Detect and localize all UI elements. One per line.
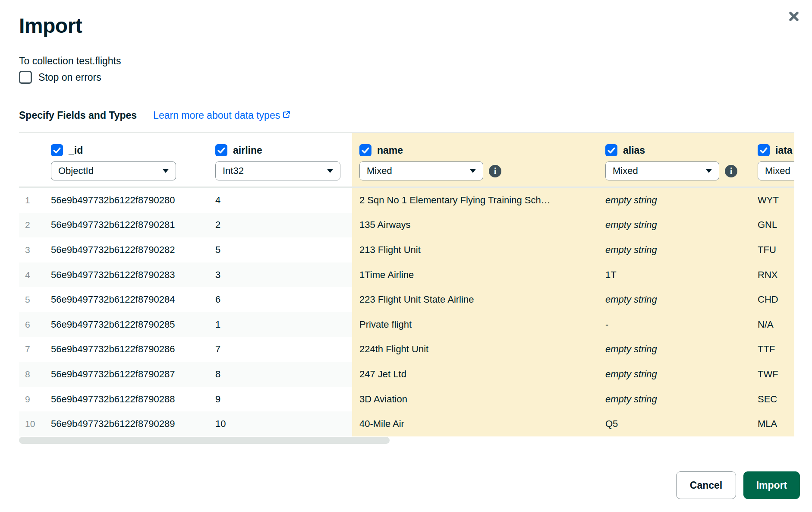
cell-airline: 1 [215,312,352,337]
cell-iata: N/A [754,312,794,337]
column-header-bottom-_id: ObjectId [51,161,215,180]
dialog-title: Import [19,14,82,38]
cell-alias: empty string [601,237,754,262]
cell-airline: 2 [215,213,352,238]
cell-rownum: 4 [19,262,51,288]
cell-rownum: 7 [19,337,51,362]
cell-alias: Q5 [601,411,754,436]
cell-rownum: 2 [19,213,51,238]
cell-name: 2 Sqn No 1 Elementary Flying Training Sc… [352,188,601,213]
table-row: 956e9b497732b6122f879028893D Aviationemp… [19,387,794,412]
stop-on-errors-checkbox[interactable] [19,71,32,84]
column-label-_id: _id [69,145,83,156]
cell-name: 223 Flight Unit State Airline [352,287,601,312]
info-icon-name[interactable]: i [489,165,501,177]
include-field-checkbox-name[interactable] [359,144,371,156]
cell-iata: RNX [754,262,794,288]
table-row: 156e9b497732b6122f879028042 Sqn No 1 Ele… [19,188,794,213]
learn-more-link[interactable]: Learn more about data types [153,110,290,121]
chevron-down-icon [327,169,333,173]
cell-name: Private flight [352,312,601,337]
include-field-checkbox-_id[interactable] [51,144,63,156]
column-header-_id: _idObjectId [51,133,215,186]
cell-name: 3D Aviation [352,387,601,412]
table-header: _idObjectIdairlineInt32nameMixedialiasMi… [19,133,794,188]
include-field-checkbox-airline[interactable] [215,144,227,156]
cell-airline: 9 [215,387,352,412]
cell-airline: 10 [215,411,352,436]
type-select-value-name: Mixed [367,165,392,177]
horizontal-scrollbar-thumb[interactable] [19,437,390,444]
cell-iata: WYT [754,188,794,213]
cell-id: 56e9b497732b6122f8790289 [51,411,215,436]
column-label-name: name [377,145,403,156]
cell-id: 56e9b497732b6122f8790281 [51,213,215,238]
cell-iata: TTF [754,337,794,362]
column-header-top-alias: alias [605,144,754,156]
external-link-icon [282,110,290,121]
column-label-alias: alias [623,145,645,156]
cell-iata: GNL [754,213,794,238]
import-button[interactable]: Import [743,471,800,499]
cell-iata: MLA [754,411,794,436]
cell-alias: empty string [601,337,754,362]
type-select-airline[interactable]: Int32 [215,161,340,180]
table-row: 256e9b497732b6122f87902812135 Airwaysemp… [19,213,794,238]
include-field-checkbox-alias[interactable] [605,144,617,156]
stop-on-errors-option[interactable]: Stop on errors [19,71,101,84]
table-row: 556e9b497732b6122f87902846223 Flight Uni… [19,287,794,312]
cell-id: 56e9b497732b6122f8790283 [51,262,215,288]
cell-rownum: 5 [19,287,51,312]
table-row: 356e9b497732b6122f87902825213 Flight Uni… [19,237,794,262]
cell-rownum: 8 [19,362,51,387]
type-select-value-iata: Mixed [765,165,790,177]
cell-iata: CHD [754,287,794,312]
cell-rownum: 1 [19,188,51,213]
type-select-value-_id: ObjectId [58,165,94,177]
cell-name: 247 Jet Ltd [352,362,601,387]
cell-airline: 7 [215,337,352,362]
cell-alias: empty string [601,362,754,387]
info-icon-alias[interactable]: i [725,165,737,177]
cell-alias: 1T [601,262,754,288]
cell-alias: empty string [601,387,754,412]
table-row: 656e9b497732b6122f87902851Private flight… [19,312,794,337]
type-select-_id[interactable]: ObjectId [51,161,176,180]
column-header-bottom-airline: Int32 [215,161,352,180]
table-row: 856e9b497732b6122f87902878247 Jet Ltdemp… [19,362,794,387]
cell-airline: 4 [215,188,352,213]
column-header-iata: iataMixed [754,133,794,186]
type-select-iata[interactable]: Mixed [758,161,794,180]
cell-name: 1Time Airline [352,262,601,288]
type-select-value-alias: Mixed [613,165,638,177]
cell-rownum: 9 [19,387,51,412]
cell-airline: 8 [215,362,352,387]
column-header-airline: airlineInt32 [215,133,352,186]
cell-rownum: 6 [19,312,51,337]
cell-alias: empty string [601,188,754,213]
cell-id: 56e9b497732b6122f8790287 [51,362,215,387]
cell-rownum: 3 [19,237,51,262]
type-select-alias[interactable]: Mixed [605,161,719,180]
cell-rownum: 10 [19,411,51,436]
type-select-name[interactable]: Mixed [359,161,483,180]
import-dialog: Import To collection test.flights Stop o… [0,0,812,512]
collection-subtitle: To collection test.flights [19,55,121,67]
close-button[interactable] [786,9,802,24]
cell-iata: SEC [754,387,794,412]
cell-airline: 6 [215,287,352,312]
include-field-checkbox-iata[interactable] [758,144,770,156]
column-header-bottom-alias: Mixedi [605,161,754,180]
chevron-down-icon [470,169,476,173]
cell-id: 56e9b497732b6122f8790282 [51,237,215,262]
cancel-button[interactable]: Cancel [676,471,736,499]
column-header-rownum [19,133,51,186]
column-label-airline: airline [233,145,262,156]
table-row: 456e9b497732b6122f879028331Time Airline1… [19,262,794,288]
cell-name: 213 Flight Unit [352,237,601,262]
cell-name: 224th Flight Unit [352,337,601,362]
cell-iata: TFU [754,237,794,262]
column-label-iata: iata [775,145,793,156]
cell-name: 135 Airways [352,213,601,238]
fields-table: _idObjectIdairlineInt32nameMixedialiasMi… [19,132,794,436]
